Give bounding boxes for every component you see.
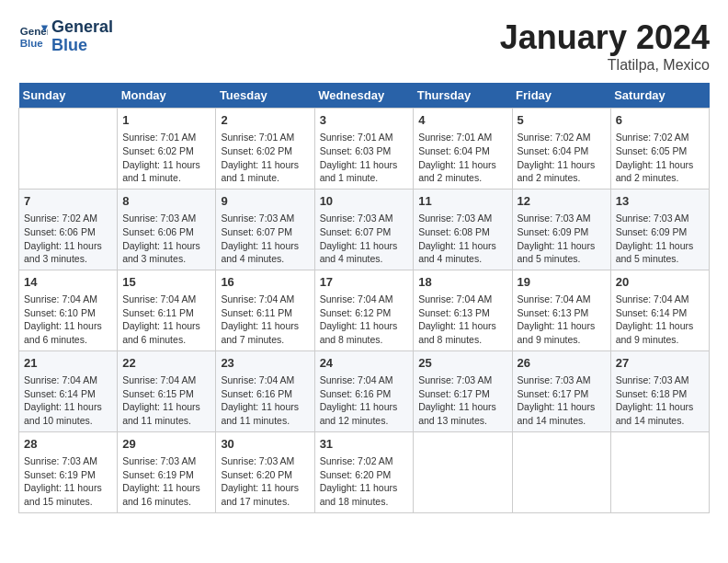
calendar-cell bbox=[19, 109, 118, 190]
calendar-cell: 6Sunrise: 7:02 AMSunset: 6:05 PMDaylight… bbox=[610, 109, 709, 190]
day-header-friday: Friday bbox=[512, 83, 610, 109]
day-number: 25 bbox=[418, 355, 506, 372]
calendar-cell: 1Sunrise: 7:01 AMSunset: 6:02 PMDaylight… bbox=[118, 109, 216, 190]
day-number: 6 bbox=[616, 112, 704, 129]
day-number: 13 bbox=[616, 193, 704, 210]
calendar-cell: 20Sunrise: 7:04 AMSunset: 6:14 PMDayligh… bbox=[610, 270, 709, 350]
title-block: January 2024 Tlatilpa, Mexico bbox=[500, 18, 710, 74]
day-info: Sunrise: 7:04 AMSunset: 6:11 PMDaylight:… bbox=[221, 293, 309, 347]
week-row-2: 7Sunrise: 7:02 AMSunset: 6:06 PMDaylight… bbox=[19, 189, 710, 270]
day-info: Sunrise: 7:04 AMSunset: 6:14 PMDaylight:… bbox=[616, 293, 704, 347]
day-number: 27 bbox=[616, 355, 704, 372]
calendar-table: SundayMondayTuesdayWednesdayThursdayFrid… bbox=[18, 83, 710, 513]
day-info: Sunrise: 7:04 AMSunset: 6:16 PMDaylight:… bbox=[221, 373, 309, 428]
day-number: 3 bbox=[320, 112, 409, 129]
calendar-cell: 5Sunrise: 7:02 AMSunset: 6:04 PMDaylight… bbox=[512, 109, 610, 190]
day-info: Sunrise: 7:03 AMSunset: 6:19 PMDaylight:… bbox=[24, 454, 112, 509]
calendar-cell: 30Sunrise: 7:03 AMSunset: 6:20 PMDayligh… bbox=[216, 431, 314, 512]
day-info: Sunrise: 7:03 AMSunset: 6:07 PMDaylight:… bbox=[221, 212, 309, 266]
calendar-cell bbox=[610, 431, 709, 512]
day-number: 8 bbox=[122, 193, 210, 210]
day-number: 15 bbox=[122, 274, 210, 291]
calendar-cell: 4Sunrise: 7:01 AMSunset: 6:04 PMDaylight… bbox=[414, 109, 512, 190]
calendar-body: 1Sunrise: 7:01 AMSunset: 6:02 PMDaylight… bbox=[19, 109, 710, 513]
calendar-cell: 25Sunrise: 7:03 AMSunset: 6:17 PMDayligh… bbox=[414, 350, 512, 431]
day-header-thursday: Thursday bbox=[414, 83, 512, 109]
calendar-cell: 11Sunrise: 7:03 AMSunset: 6:08 PMDayligh… bbox=[414, 189, 512, 270]
day-number: 14 bbox=[24, 274, 112, 291]
day-info: Sunrise: 7:03 AMSunset: 6:09 PMDaylight:… bbox=[616, 212, 704, 266]
day-info: Sunrise: 7:03 AMSunset: 6:09 PMDaylight:… bbox=[518, 212, 606, 266]
day-header-saturday: Saturday bbox=[610, 83, 709, 109]
day-info: Sunrise: 7:04 AMSunset: 6:12 PMDaylight:… bbox=[320, 293, 409, 347]
day-number: 10 bbox=[320, 193, 409, 210]
calendar-cell: 19Sunrise: 7:04 AMSunset: 6:13 PMDayligh… bbox=[512, 270, 610, 350]
calendar-header-row: SundayMondayTuesdayWednesdayThursdayFrid… bbox=[19, 83, 710, 109]
calendar-cell: 22Sunrise: 7:04 AMSunset: 6:15 PMDayligh… bbox=[118, 350, 216, 431]
calendar-cell: 18Sunrise: 7:04 AMSunset: 6:13 PMDayligh… bbox=[414, 270, 512, 350]
day-info: Sunrise: 7:02 AMSunset: 6:04 PMDaylight:… bbox=[518, 131, 606, 185]
day-number: 11 bbox=[418, 193, 506, 210]
calendar-cell: 29Sunrise: 7:03 AMSunset: 6:19 PMDayligh… bbox=[118, 431, 216, 512]
day-info: Sunrise: 7:03 AMSunset: 6:17 PMDaylight:… bbox=[518, 373, 606, 428]
day-info: Sunrise: 7:02 AMSunset: 6:05 PMDaylight:… bbox=[616, 131, 704, 185]
day-number: 22 bbox=[122, 355, 210, 372]
day-info: Sunrise: 7:04 AMSunset: 6:13 PMDaylight:… bbox=[418, 293, 506, 347]
day-info: Sunrise: 7:03 AMSunset: 6:18 PMDaylight:… bbox=[616, 373, 704, 428]
logo-icon: General Blue bbox=[18, 22, 48, 52]
day-number: 7 bbox=[24, 193, 112, 210]
logo-text-line2: Blue bbox=[51, 37, 113, 55]
day-header-monday: Monday bbox=[118, 83, 216, 109]
week-row-5: 28Sunrise: 7:03 AMSunset: 6:19 PMDayligh… bbox=[19, 431, 710, 512]
day-number: 1 bbox=[122, 112, 210, 129]
day-number: 12 bbox=[518, 193, 606, 210]
day-info: Sunrise: 7:03 AMSunset: 6:07 PMDaylight:… bbox=[320, 212, 409, 266]
calendar-cell: 27Sunrise: 7:03 AMSunset: 6:18 PMDayligh… bbox=[610, 350, 709, 431]
day-number: 9 bbox=[221, 193, 309, 210]
day-number: 24 bbox=[320, 355, 409, 372]
calendar-cell: 26Sunrise: 7:03 AMSunset: 6:17 PMDayligh… bbox=[512, 350, 610, 431]
day-info: Sunrise: 7:04 AMSunset: 6:15 PMDaylight:… bbox=[122, 373, 210, 428]
day-info: Sunrise: 7:03 AMSunset: 6:20 PMDaylight:… bbox=[221, 454, 309, 509]
day-info: Sunrise: 7:04 AMSunset: 6:13 PMDaylight:… bbox=[518, 293, 606, 347]
day-number: 23 bbox=[221, 355, 309, 372]
day-info: Sunrise: 7:03 AMSunset: 6:19 PMDaylight:… bbox=[122, 454, 210, 509]
day-info: Sunrise: 7:01 AMSunset: 6:02 PMDaylight:… bbox=[221, 131, 309, 185]
logo-text-line1: General bbox=[51, 18, 113, 37]
day-number: 28 bbox=[24, 436, 112, 453]
day-number: 31 bbox=[320, 436, 409, 453]
svg-text:Blue: Blue bbox=[20, 37, 44, 48]
calendar-cell: 24Sunrise: 7:04 AMSunset: 6:16 PMDayligh… bbox=[314, 350, 414, 431]
day-number: 4 bbox=[418, 112, 506, 129]
calendar-cell: 17Sunrise: 7:04 AMSunset: 6:12 PMDayligh… bbox=[314, 270, 414, 350]
day-number: 19 bbox=[518, 274, 606, 291]
day-info: Sunrise: 7:03 AMSunset: 6:06 PMDaylight:… bbox=[122, 212, 210, 266]
day-number: 16 bbox=[221, 274, 309, 291]
calendar-cell: 28Sunrise: 7:03 AMSunset: 6:19 PMDayligh… bbox=[19, 431, 118, 512]
day-info: Sunrise: 7:02 AMSunset: 6:06 PMDaylight:… bbox=[24, 212, 112, 266]
week-row-4: 21Sunrise: 7:04 AMSunset: 6:14 PMDayligh… bbox=[19, 350, 710, 431]
calendar-cell: 31Sunrise: 7:02 AMSunset: 6:20 PMDayligh… bbox=[314, 431, 414, 512]
day-info: Sunrise: 7:02 AMSunset: 6:20 PMDaylight:… bbox=[320, 454, 409, 509]
calendar-cell: 21Sunrise: 7:04 AMSunset: 6:14 PMDayligh… bbox=[19, 350, 118, 431]
calendar-cell: 14Sunrise: 7:04 AMSunset: 6:10 PMDayligh… bbox=[19, 270, 118, 350]
day-info: Sunrise: 7:04 AMSunset: 6:10 PMDaylight:… bbox=[24, 293, 112, 347]
day-number: 17 bbox=[320, 274, 409, 291]
day-number: 21 bbox=[24, 355, 112, 372]
calendar-cell: 15Sunrise: 7:04 AMSunset: 6:11 PMDayligh… bbox=[118, 270, 216, 350]
page-header: General Blue General Blue January 2024 T… bbox=[18, 18, 710, 74]
day-header-sunday: Sunday bbox=[19, 83, 118, 109]
day-info: Sunrise: 7:01 AMSunset: 6:04 PMDaylight:… bbox=[418, 131, 506, 185]
calendar-cell: 10Sunrise: 7:03 AMSunset: 6:07 PMDayligh… bbox=[314, 189, 414, 270]
calendar-cell: 2Sunrise: 7:01 AMSunset: 6:02 PMDaylight… bbox=[216, 109, 314, 190]
day-info: Sunrise: 7:04 AMSunset: 6:14 PMDaylight:… bbox=[24, 373, 112, 428]
day-info: Sunrise: 7:03 AMSunset: 6:17 PMDaylight:… bbox=[418, 373, 506, 428]
calendar-cell: 7Sunrise: 7:02 AMSunset: 6:06 PMDaylight… bbox=[19, 189, 118, 270]
calendar-cell bbox=[414, 431, 512, 512]
day-info: Sunrise: 7:01 AMSunset: 6:02 PMDaylight:… bbox=[122, 131, 210, 185]
day-info: Sunrise: 7:04 AMSunset: 6:16 PMDaylight:… bbox=[320, 373, 409, 428]
day-number: 29 bbox=[122, 436, 210, 453]
day-number: 2 bbox=[221, 112, 309, 129]
calendar-cell: 8Sunrise: 7:03 AMSunset: 6:06 PMDaylight… bbox=[118, 189, 216, 270]
day-number: 5 bbox=[518, 112, 606, 129]
